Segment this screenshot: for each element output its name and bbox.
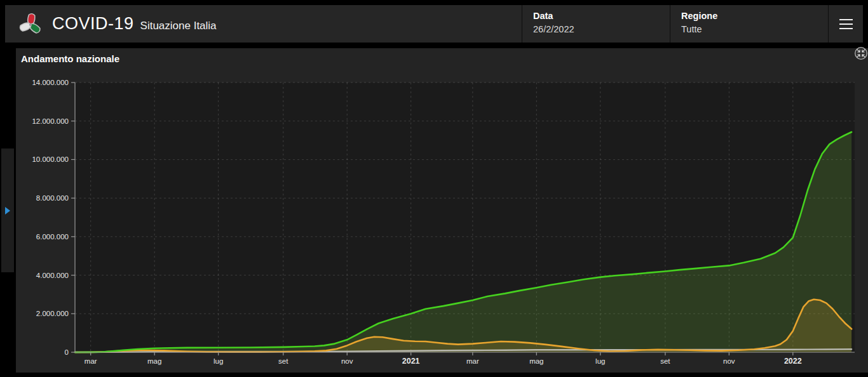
hamburger-icon <box>839 19 853 20</box>
svg-text:0: 0 <box>65 348 69 356</box>
y-axis-labels: 02.000.0004.000.0006.000.0008.000.00010.… <box>32 79 75 356</box>
svg-text:lug: lug <box>214 357 223 365</box>
expand-right-arrow-icon <box>5 207 10 215</box>
x-axis-labels: marmaglugsetnov2021marmaglugsetnov2022 <box>85 352 802 366</box>
hamburger-icon <box>839 23 853 25</box>
svg-text:2.000.000: 2.000.000 <box>36 310 69 317</box>
svg-text:lug: lug <box>595 357 605 365</box>
date-filter[interactable]: Data 26/2/2022 <box>522 5 670 43</box>
svg-text:14.000.000: 14.000.000 <box>32 79 69 86</box>
svg-text:nov: nov <box>341 357 353 365</box>
svg-text:6.000.000: 6.000.000 <box>36 233 69 241</box>
app-title-group: COVID-19 Situazione Italia <box>52 14 217 34</box>
collapse-arrows-icon <box>855 48 867 60</box>
app-subtitle: Situazione Italia <box>140 20 217 32</box>
svg-text:set: set <box>660 357 670 365</box>
svg-text:mar: mar <box>85 357 97 365</box>
protezione-civile-logo-icon <box>18 11 43 37</box>
svg-text:8.000.000: 8.000.000 <box>36 194 69 202</box>
panel-title: Andamento nazionale <box>21 53 119 64</box>
chart-canvas: 02.000.0004.000.0006.000.0008.000.00010.… <box>16 48 868 373</box>
collapse-panel-button[interactable] <box>854 46 868 60</box>
region-filter-value: Tutte <box>681 24 828 34</box>
app-window: COVID-19 Situazione Italia Data 26/2/202… <box>0 0 868 377</box>
sidebar-expand-handle[interactable] <box>1 149 14 272</box>
app-title: COVID-19 <box>52 14 134 34</box>
svg-text:nov: nov <box>723 357 735 365</box>
svg-text:mag: mag <box>147 357 161 365</box>
svg-text:10.000.000: 10.000.000 <box>32 155 69 163</box>
svg-text:mag: mag <box>529 357 543 365</box>
date-filter-value: 26/2/2022 <box>533 24 670 34</box>
region-filter[interactable]: Regione Tutte <box>670 5 828 43</box>
chart-panel: 02.000.0004.000.0006.000.0008.000.00010.… <box>16 48 868 373</box>
svg-text:4.000.000: 4.000.000 <box>36 272 69 279</box>
app-header: COVID-19 Situazione Italia Data 26/2/202… <box>5 5 863 43</box>
svg-text:set: set <box>278 357 288 365</box>
hamburger-icon <box>839 28 853 29</box>
menu-button[interactable] <box>828 5 863 43</box>
region-filter-label: Regione <box>681 11 828 21</box>
svg-text:mar: mar <box>466 357 479 365</box>
svg-text:12.000.000: 12.000.000 <box>32 117 69 125</box>
app-brand: COVID-19 Situazione Italia <box>5 5 522 43</box>
date-filter-label: Data <box>533 11 670 21</box>
svg-text:2022: 2022 <box>784 357 802 366</box>
svg-text:2021: 2021 <box>402 357 420 366</box>
